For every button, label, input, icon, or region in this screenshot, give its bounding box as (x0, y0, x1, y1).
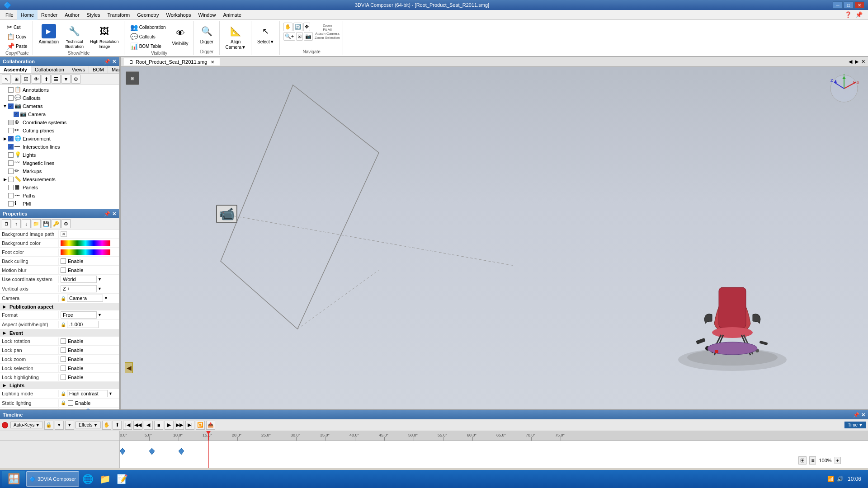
menu-window[interactable]: Window (194, 10, 219, 20)
tl-to-end-btn[interactable]: ▶| (185, 421, 194, 430)
bom-table-button[interactable]: 📊 BOM Table (128, 42, 168, 51)
taskbar-btn-winword[interactable]: 📝 (114, 471, 131, 487)
digger-button[interactable]: 🔍 Digger (198, 23, 217, 46)
tl-btn-2[interactable]: ▾ (55, 421, 64, 430)
taskbar-app-3dvia[interactable]: 🔷 3DVIA Composer (26, 471, 79, 487)
zoom-fit-all-button[interactable]: ⊡ (296, 32, 303, 41)
tl-btn-4[interactable]: ✋ (102, 421, 111, 430)
menu-file[interactable]: File (2, 10, 17, 20)
rotate-button[interactable]: 🔄 (293, 23, 302, 31)
viewport-tb-btn2[interactable]: ▶ (854, 58, 859, 66)
tl-view-btn2[interactable]: ≡ (809, 456, 816, 465)
props-tb-btn6[interactable]: 🔑 (52, 219, 61, 228)
props-pin-btn[interactable]: 📌 (104, 211, 110, 217)
help-icon[interactable]: ❓ (844, 11, 852, 18)
auto-keys-btn[interactable]: Auto-Keys ▼ (10, 422, 43, 428)
timeline-pin-btn[interactable]: 📌 (853, 412, 859, 418)
tree-item-annotations[interactable]: 📋 Annotations (0, 86, 119, 94)
tl-btn-1[interactable]: 🔒 (44, 421, 53, 430)
menu-transform[interactable]: Transform (104, 10, 134, 20)
menu-styles[interactable]: Styles (83, 10, 104, 20)
foot-color-swatch[interactable] (61, 249, 110, 255)
lock-pan-checkbox[interactable] (61, 347, 66, 353)
visibility-button[interactable]: 👁 Visibility (170, 24, 191, 48)
paste-button[interactable]: 📌 Paste (5, 42, 30, 51)
props-tb-btn7[interactable]: ⚙ (61, 219, 71, 228)
tree-item-markups[interactable]: ✏ Markups (0, 167, 119, 175)
collab-tb-list-btn[interactable]: ☰ (52, 75, 61, 84)
tl-prev-btn[interactable]: ◀◀ (133, 421, 142, 430)
tl-time-btn[interactable]: Time ▼ (844, 422, 866, 428)
format-dropdown[interactable]: Free (61, 311, 97, 319)
animation-button[interactable]: ▶ Animation (37, 23, 61, 46)
props-tb-btn1[interactable]: 🗒 (2, 219, 11, 228)
collab-tb-filter-btn[interactable]: ▼ (61, 75, 71, 84)
select-button[interactable]: ↖ Select▼ (255, 23, 277, 46)
record-btn[interactable] (2, 422, 8, 428)
viewport-left-arrow[interactable]: ◀ (125, 362, 133, 373)
viewport-tb-btn1[interactable]: ◀ (848, 58, 853, 66)
menu-animate[interactable]: Animate (220, 10, 245, 20)
tree-item-callouts[interactable]: 💬 Callouts (0, 94, 119, 102)
collab-tb-sort-btn[interactable]: ⬆ (42, 75, 51, 84)
attach-camera-button[interactable]: 📷 (304, 32, 313, 41)
zoom-button[interactable]: 🔍+ (283, 32, 295, 41)
track-marker-2[interactable] (149, 448, 155, 455)
tree-item-panels[interactable]: ▦ Panels (0, 183, 119, 192)
prop-bg-path-close[interactable]: ✕ (61, 231, 67, 237)
tl-to-start-btn[interactable]: |◀ (123, 421, 132, 430)
start-button[interactable]: 🪟 (2, 471, 25, 487)
viewport-tb-btn3[interactable]: ✕ (860, 58, 866, 66)
lock-selection-checkbox[interactable] (61, 366, 66, 371)
tree-item-lights[interactable]: 💡 Lights (0, 151, 119, 159)
effects-btn[interactable]: Effects ▼ (75, 422, 101, 428)
tl-prev-frame-btn[interactable]: ◀ (144, 421, 153, 430)
tl-stop-btn[interactable]: ■ (154, 421, 163, 430)
vertical-axis-dropdown[interactable]: Z + (61, 285, 97, 292)
section-event[interactable]: ▶ Event (0, 329, 119, 337)
menu-render[interactable]: Render (38, 10, 61, 20)
tree-item-measurements[interactable]: ▶ 📏 Measurements (0, 175, 119, 183)
tree-item-cameras[interactable]: ▼ 📷 Cameras (0, 102, 119, 110)
tree-item-camera[interactable]: 📷 Camera (0, 110, 119, 118)
tl-btn-3[interactable]: ▾ (65, 421, 74, 430)
props-tb-btn4[interactable]: 📁 (32, 219, 41, 228)
collaboration-visibility-button[interactable]: 👥 Collaboration (128, 23, 168, 32)
props-tb-btn3[interactable]: ↓ (22, 219, 31, 228)
taskbar-btn-ie[interactable]: 🌐 (80, 471, 96, 487)
static-lighting-checkbox[interactable] (68, 400, 73, 406)
taskbar-btn-folder[interactable]: 📁 (97, 471, 113, 487)
move-button[interactable]: ✋ (283, 23, 292, 31)
camera-dropdown[interactable]: Camera (67, 295, 103, 302)
tab-assembly[interactable]: Assembly (0, 66, 31, 73)
tree-item-coordinate-systems[interactable]: ⊕ Coordinate systems (0, 118, 119, 127)
tl-view-btn1[interactable]: ⊞ (798, 456, 807, 465)
collab-pin-btn[interactable]: 📌 (104, 59, 110, 65)
collab-tb-select-btn[interactable]: ↖ (2, 75, 11, 84)
tl-btn-5[interactable]: ⬆ (113, 421, 122, 430)
tree-item-pmi[interactable]: ℹ PMI (0, 200, 119, 208)
tl-next-frame-btn[interactable]: ▶▶ (175, 421, 184, 430)
viewport-3d[interactable]: ⊞ 📹 (121, 67, 868, 409)
tab-bom[interactable]: BOM (89, 66, 108, 73)
playhead[interactable] (208, 431, 209, 441)
back-culling-checkbox[interactable] (61, 258, 66, 264)
props-tb-btn5[interactable]: 💾 (42, 219, 51, 228)
minimize-btn[interactable]: ─ (833, 1, 843, 9)
copy-button[interactable]: 📋 Copy (5, 32, 30, 41)
tree-item-cutting-planes[interactable]: ✂ Cutting planes (0, 127, 119, 135)
collab-tb-more-btn[interactable]: ⚙ (71, 75, 80, 84)
tab-views[interactable]: Views (68, 66, 89, 73)
props-close-btn[interactable]: ✕ (112, 211, 116, 217)
collab-tb-group-btn[interactable]: ⊞ (12, 75, 21, 84)
section-lights[interactable]: ▶ Lights (0, 382, 119, 389)
lock-rotation-checkbox[interactable] (61, 338, 66, 344)
background-color-swatch[interactable] (61, 240, 110, 246)
menu-workshops[interactable]: Workshops (163, 10, 195, 20)
tree-item-environment[interactable]: ▶ 🌐 Environment (0, 135, 119, 143)
lock-highlighting-checkbox[interactable] (61, 375, 66, 380)
track-marker-3[interactable] (179, 448, 184, 455)
tl-loop-btn[interactable]: 🔁 (196, 421, 205, 430)
viewport-tab-close[interactable]: ✕ (211, 60, 214, 65)
lock-zoom-checkbox[interactable] (61, 357, 66, 362)
